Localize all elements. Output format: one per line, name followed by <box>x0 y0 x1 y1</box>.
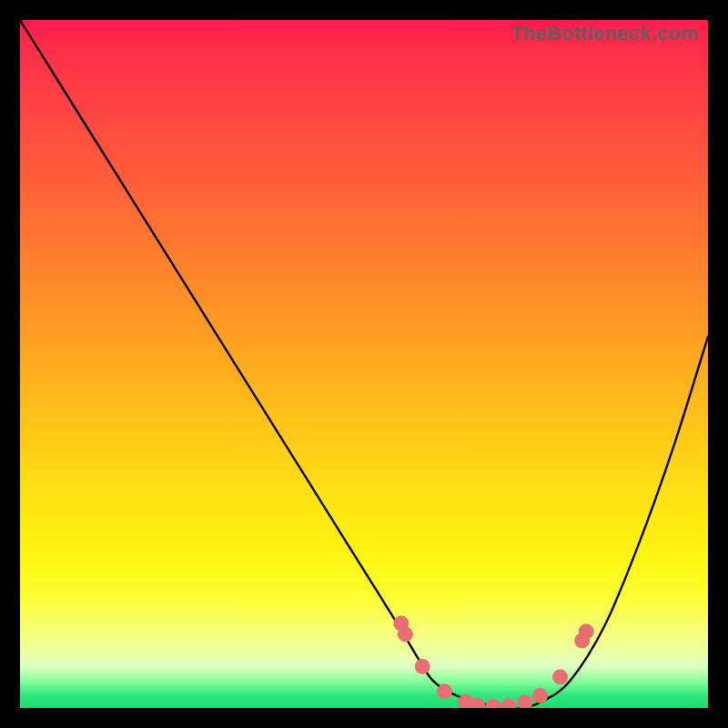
chart-svg <box>20 20 708 708</box>
marker-dot <box>415 659 430 674</box>
curve-line <box>20 20 708 708</box>
marker-dot <box>486 699 501 708</box>
marker-dot <box>517 695 532 709</box>
marker-group <box>393 616 593 709</box>
marker-dot <box>579 624 594 640</box>
marker-dot <box>552 670 568 685</box>
marker-dot <box>437 683 452 699</box>
plot-area: TheBottleneck.com <box>20 20 708 708</box>
chart-frame: TheBottleneck.com <box>0 0 728 728</box>
marker-dot <box>500 698 516 708</box>
marker-dot <box>532 688 548 703</box>
marker-dot <box>398 627 413 642</box>
